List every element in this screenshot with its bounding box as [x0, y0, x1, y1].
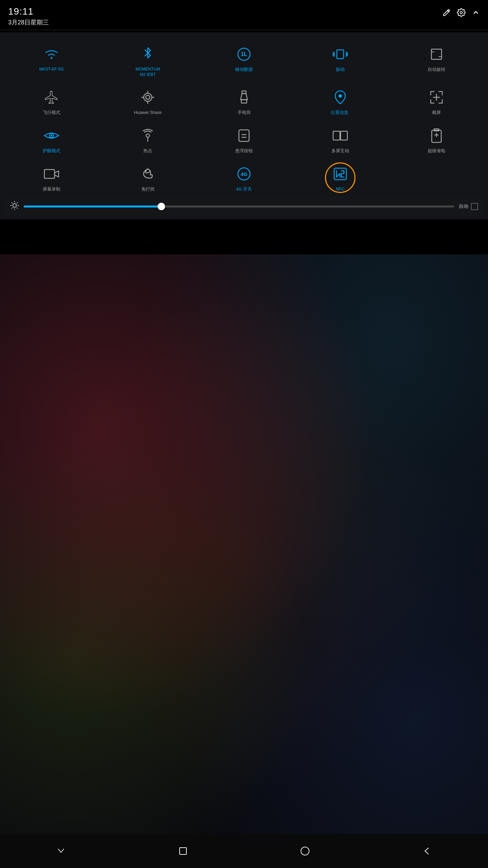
svg-text:1L: 1L	[241, 51, 247, 57]
svg-line-48	[17, 202, 18, 203]
svg-line-47	[12, 208, 13, 209]
brightness-icon	[10, 201, 19, 212]
brightness-slider[interactable]	[24, 205, 278, 208]
brightness-bar: 自动	[3, 197, 278, 216]
hotspot-icon	[139, 126, 157, 145]
svg-point-11	[146, 95, 150, 99]
status-left: 19:11 3月28日星期三	[8, 6, 49, 26]
svg-point-22	[51, 135, 53, 137]
dnd-label: 免打扰	[141, 186, 155, 192]
qs-eye-comfort[interactable]: 护眼模式	[3, 120, 100, 159]
qs-bluetooth[interactable]: MOMENTUM M2 IEBT	[100, 39, 196, 82]
screen-record-icon	[42, 165, 61, 183]
qs-airplane[interactable]: 飞行模式	[3, 82, 100, 120]
qs-flashlight[interactable]: 手电筒	[196, 82, 278, 120]
bluetooth-icon	[139, 45, 157, 63]
status-bar: 19:11 3月28日星期三	[0, 0, 278, 27]
qs-floating-button[interactable]: 悬浮按钮	[196, 120, 278, 159]
svg-marker-36	[55, 171, 59, 177]
svg-text:4G: 4G	[241, 171, 247, 177]
floating-button-label: 悬浮按钮	[235, 148, 253, 154]
qs-4g[interactable]: 4G 4G 开关	[196, 159, 278, 197]
4g-label: 4G 开关	[236, 186, 252, 192]
status-date: 3月28日星期三	[8, 18, 49, 26]
airplane-icon	[42, 88, 61, 106]
screen-record-label: 屏幕录制	[43, 186, 60, 192]
quick-settings-panel: MKST-KF-5G MOMENTUM M2 IEBT 1L 移动数据	[0, 32, 278, 219]
qs-screen-record[interactable]: 屏幕录制	[3, 159, 100, 197]
brightness-thumb[interactable]	[158, 203, 165, 210]
svg-point-23	[146, 134, 149, 137]
qs-mobile-data[interactable]: 1L 移动数据	[196, 39, 278, 82]
brightness-fill	[24, 205, 161, 208]
eye-comfort-label: 护眼模式	[43, 148, 60, 154]
wallpaper	[0, 254, 278, 498]
eye-comfort-icon	[42, 126, 61, 145]
svg-rect-25	[239, 130, 249, 141]
hotspot-label: 热点	[143, 148, 152, 154]
svg-rect-35	[44, 170, 55, 178]
wifi-label: MKST-KF-5G	[39, 67, 64, 72]
brightness-track	[24, 205, 278, 208]
svg-rect-17	[241, 100, 247, 103]
svg-point-10	[144, 93, 152, 101]
airplane-label: 飞行模式	[43, 110, 60, 116]
mobile-data-label: 移动数据	[235, 67, 253, 73]
huawei-share-label: Huawei Share	[134, 110, 162, 116]
qs-grid: MKST-KF-5G MOMENTUM M2 IEBT 1L 移动数据	[3, 39, 278, 197]
dnd-icon	[139, 165, 157, 183]
flashlight-label: 手电筒	[238, 110, 251, 116]
bluetooth-label: MOMENTUM M2 IEBT	[136, 67, 160, 77]
floating-button-icon	[235, 126, 253, 145]
4g-icon: 4G	[235, 165, 253, 183]
status-time: 19:11	[8, 6, 49, 17]
svg-line-43	[12, 202, 13, 203]
huawei-share-icon	[139, 88, 157, 106]
wifi-icon	[42, 45, 61, 63]
qs-dnd[interactable]: 免打扰	[100, 159, 196, 197]
svg-point-40	[13, 203, 17, 207]
svg-point-1	[51, 57, 53, 59]
qs-hotspot[interactable]: 热点	[100, 120, 196, 159]
qs-wifi[interactable]: MKST-KF-5G	[3, 39, 100, 82]
divider	[0, 30, 278, 30]
qs-huawei-share[interactable]: Huawei Share	[100, 82, 196, 120]
mobile-data-icon: 1L	[235, 45, 253, 63]
flashlight-icon	[235, 88, 253, 106]
svg-line-44	[17, 208, 18, 209]
